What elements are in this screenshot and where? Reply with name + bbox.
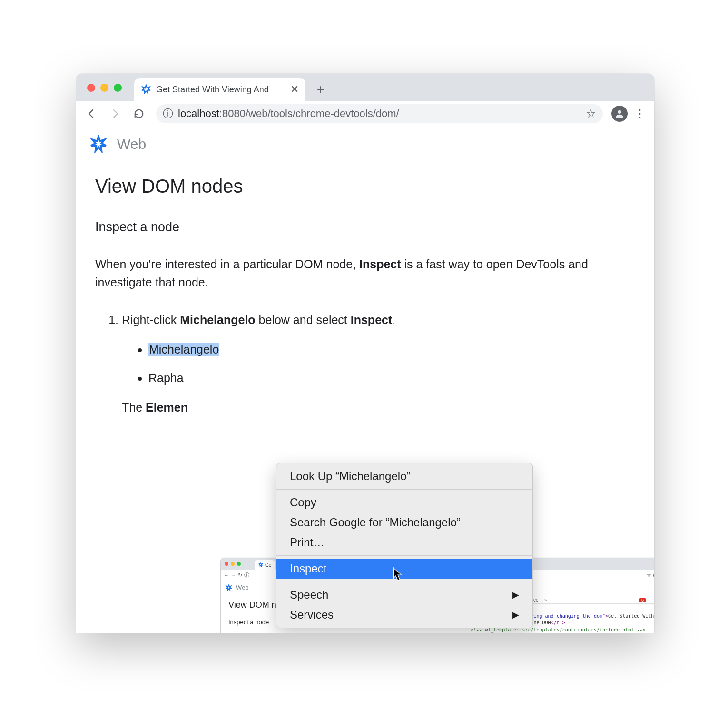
window-maximize-button[interactable] <box>114 84 122 92</box>
nested-star-icon: ☆ <box>647 572 651 578</box>
bookmark-button[interactable]: ☆ <box>586 107 596 120</box>
browser-menu-button[interactable]: ⋮ <box>630 104 649 123</box>
page-content: View DOM nodes Inspect a node When you'r… <box>76 161 654 441</box>
ctx-separator <box>276 489 532 490</box>
nested-tab: Ge <box>255 560 275 570</box>
page-heading: View DOM nodes <box>95 176 635 197</box>
ctx-print[interactable]: Print… <box>276 532 532 552</box>
window-controls <box>87 84 122 92</box>
svg-point-0 <box>618 110 621 114</box>
address-bar[interactable]: ⓘ localhost:8080/web/tools/chrome-devtoo… <box>156 104 603 123</box>
new-tab-button[interactable]: + <box>311 80 330 99</box>
nested-reload-icon: ↻ <box>238 572 242 578</box>
ctx-services[interactable]: Services▶ <box>276 605 532 625</box>
devtools-settings-icon: ⋮ <box>652 597 654 602</box>
ctx-lookup[interactable]: Look Up “Michelangelo” <box>276 466 532 486</box>
nested-info-icon: ⓘ <box>244 572 249 579</box>
intro-paragraph: When you're interested in a particular D… <box>95 256 635 291</box>
window-close-button[interactable] <box>87 84 95 92</box>
submenu-arrow-icon: ▶ <box>512 610 519 620</box>
site-info-icon[interactable]: ⓘ <box>163 107 173 121</box>
forward-button[interactable] <box>105 103 126 124</box>
steps-list: Right-click Michelangelo below and selec… <box>95 310 635 417</box>
section-heading: Inspect a node <box>95 220 635 235</box>
ctx-separator <box>276 555 532 556</box>
nested-site-title: Web <box>236 584 249 591</box>
browser-toolbar: ⓘ localhost:8080/web/tools/chrome-devtoo… <box>76 101 654 127</box>
site-title: Web <box>117 136 146 152</box>
devtools-tab-more: » <box>544 597 547 602</box>
ctx-search-google[interactable]: Search Google for “Michelangelo” <box>276 513 532 532</box>
ctx-speech[interactable]: Speech▶ <box>276 585 532 605</box>
devtools-error-badge: 6 <box>639 598 646 602</box>
nested-back-icon: ← <box>224 572 229 578</box>
nested-forward-icon: → <box>231 572 236 578</box>
nested-window-min <box>231 562 235 566</box>
browser-tab[interactable]: Get Started With Viewing And ✕ <box>134 78 305 101</box>
step-caption: The Elemen <box>122 398 635 417</box>
window-minimize-button[interactable] <box>100 84 108 92</box>
site-logo-icon <box>89 135 108 153</box>
tab-strip: Get Started With Viewing And ✕ + <box>76 74 654 101</box>
browser-window: Get Started With Viewing And ✕ + ⓘ local… <box>76 74 654 633</box>
submenu-arrow-icon: ▶ <box>512 590 519 600</box>
nested-window-close <box>225 562 228 566</box>
url-text: localhost:8080/web/tools/chrome-devtools… <box>178 108 399 120</box>
ctx-inspect[interactable]: Inspect <box>276 559 532 579</box>
names-list: Michelangelo Rapha <box>122 340 635 387</box>
nested-avatar <box>653 572 654 579</box>
step-1: Right-click Michelangelo below and selec… <box>122 310 635 417</box>
site-header: Web <box>76 127 654 161</box>
nested-window-max <box>237 562 241 566</box>
nested-logo-icon <box>226 584 232 591</box>
back-button[interactable] <box>81 103 102 124</box>
favicon-icon <box>141 84 151 95</box>
context-menu: Look Up “Michelangelo” Copy Search Googl… <box>276 463 533 628</box>
ctx-copy[interactable]: Copy <box>276 493 532 513</box>
tab-title: Get Started With Viewing And <box>156 85 285 95</box>
list-item[interactable]: Rapha <box>148 368 635 387</box>
tab-close-button[interactable]: ✕ <box>290 83 299 96</box>
reload-button[interactable] <box>128 103 149 124</box>
ctx-separator <box>276 582 532 582</box>
profile-avatar[interactable] <box>611 106 628 122</box>
list-item[interactable]: Michelangelo <box>148 340 635 359</box>
mouse-cursor-icon <box>393 567 403 582</box>
